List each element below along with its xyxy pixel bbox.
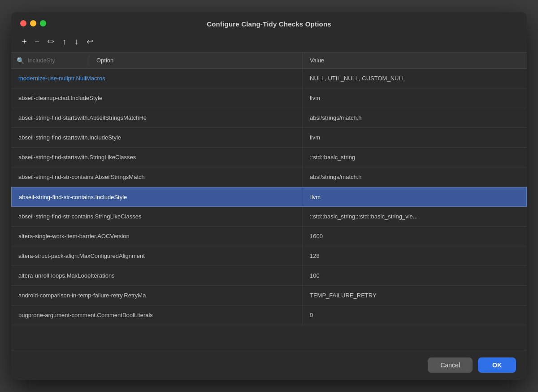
cell-value: absl/strings/match.h [303,108,527,127]
cell-value: ::std::basic_string;::std::basic_string_… [303,207,527,226]
remove-button[interactable]: − [33,37,42,47]
table-row[interactable]: altera-struct-pack-align.MaxConfiguredAl… [11,246,527,266]
cell-value: 128 [303,246,527,266]
cell-option: bugprone-argument-comment.CommentBoolLit… [11,305,303,325]
cell-value: 100 [303,266,527,285]
footer: Cancel OK [11,350,527,380]
minimize-button[interactable] [30,20,36,26]
table-row[interactable]: abseil-string-find-startswith.IncludeSty… [11,128,527,148]
move-down-button[interactable]: ↓ [73,37,80,47]
table-body: modernize-use-nullptr.NullMacrosNULL, UT… [11,69,527,325]
ok-button[interactable]: OK [478,357,516,373]
table-row[interactable]: altera-unroll-loops.MaxLoopIterations100 [11,266,527,286]
value-column-header: Value [303,52,527,68]
cell-option: abseil-string-find-startswith.AbseilStri… [11,108,303,127]
table-row[interactable]: abseil-string-find-str-contains.StringLi… [11,207,527,226]
table-row[interactable]: android-comparison-in-temp-failure-retry… [11,286,527,305]
table-row[interactable]: abseil-string-find-str-contains.AbseilSt… [11,167,527,187]
cell-option: altera-unroll-loops.MaxLoopIterations [11,266,303,285]
table-row[interactable]: abseil-string-find-str-contains.IncludeS… [11,187,527,207]
add-button[interactable]: + [20,37,29,47]
table-row[interactable]: abseil-cleanup-ctad.IncludeStylellvm [11,88,527,108]
cell-option: abseil-string-find-startswith.IncludeSty… [11,128,303,147]
reset-button[interactable]: ↩ [85,37,95,47]
cell-option: abseil-string-find-str-contains.StringLi… [11,207,303,226]
close-button[interactable] [20,20,26,26]
cell-value: TEMP_FAILURE_RETRY [303,286,527,305]
table-row[interactable]: abseil-string-find-startswith.StringLike… [11,148,527,167]
cell-option: abseil-cleanup-ctad.IncludeStyle [11,88,303,108]
cell-value: llvm [303,88,527,108]
traffic-lights [20,20,46,26]
cell-option: altera-struct-pack-align.MaxConfiguredAl… [11,246,303,266]
table-row[interactable]: altera-single-work-item-barrier.AOCVersi… [11,226,527,246]
table-row[interactable]: bugprone-argument-comment.CommentBoolLit… [11,305,527,325]
cell-option: modernize-use-nullptr.NullMacros [11,69,303,88]
search-icon: 🔍 [17,57,24,64]
cell-option: abseil-string-find-str-contains.AbseilSt… [11,167,303,187]
dialog: Configure Clang-Tidy Checks Options + − … [11,12,527,380]
toolbar: + − ✏ ↑ ↓ ↩ [11,32,527,52]
cell-value: llvm [303,187,526,206]
search-header: 🔍 Option [11,52,303,68]
cell-value: llvm [303,128,527,147]
edit-button[interactable]: ✏ [46,37,56,47]
option-column-header: Option [89,55,113,65]
move-up-button[interactable]: ↑ [61,37,68,47]
cell-option: android-comparison-in-temp-failure-retry… [11,286,303,305]
cell-value: NULL, UTIL_NULL, CUSTOM_NULL [303,69,527,88]
dialog-title: Configure Clang-Tidy Checks Options [207,20,331,28]
search-input[interactable] [28,57,82,64]
title-bar: Configure Clang-Tidy Checks Options [11,12,527,32]
cell-option: altera-single-work-item-barrier.AOCVersi… [11,226,303,246]
cancel-button[interactable]: Cancel [428,357,473,373]
table-row[interactable]: modernize-use-nullptr.NullMacrosNULL, UT… [11,69,527,88]
cell-value: 1600 [303,226,527,246]
cell-option: abseil-string-find-startswith.StringLike… [11,148,303,167]
maximize-button[interactable] [40,20,46,26]
cell-value: absl/strings/match.h [303,167,527,187]
cell-value: 0 [303,305,527,325]
cell-value: ::std::basic_string [303,148,527,167]
table-row[interactable]: abseil-string-find-startswith.AbseilStri… [11,108,527,128]
table-header: 🔍 Option Value [11,52,527,69]
cell-option: abseil-string-find-str-contains.IncludeS… [12,187,303,206]
table-container: 🔍 Option Value modernize-use-nullptr.Nul… [11,52,527,350]
